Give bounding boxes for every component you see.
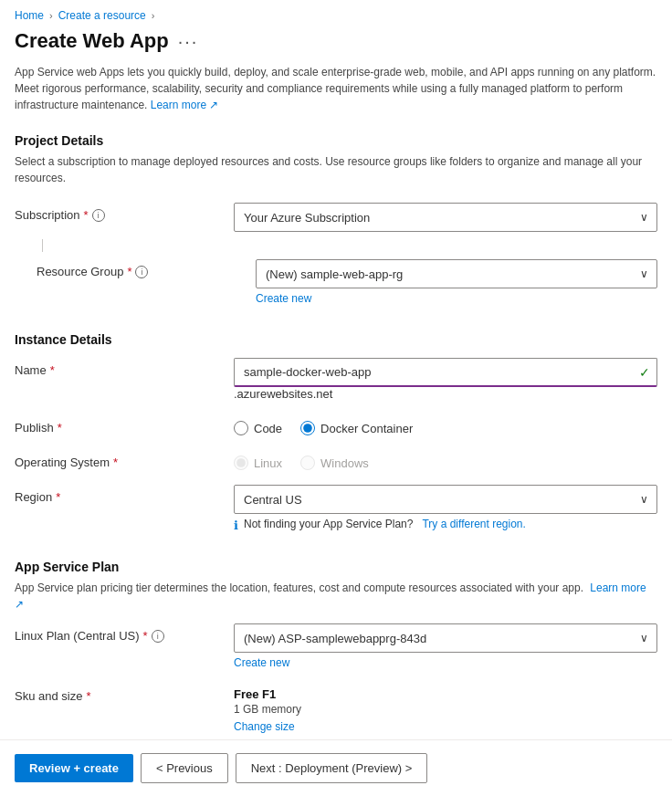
instance-details-header: Instance Details xyxy=(0,323,672,351)
resource-group-label: Resource Group xyxy=(37,265,123,278)
project-details-header: Project Details xyxy=(0,124,672,152)
name-row: Name * ✓ .azurewebsites.net xyxy=(15,351,657,408)
linux-plan-select-wrapper: (New) ASP-samplewebapprg-843d ∨ xyxy=(234,623,657,653)
name-valid-icon: ✓ xyxy=(639,365,650,380)
footer-bar: Review + create < Previous Next : Deploy… xyxy=(0,739,672,796)
sku-required: * xyxy=(86,689,90,703)
page-description: App Service web Apps lets you quickly bu… xyxy=(0,64,672,124)
page-title: Create Web App xyxy=(15,29,169,53)
subscription-required: * xyxy=(84,208,89,222)
publish-docker-label: Docker Container xyxy=(320,422,413,435)
linux-plan-row: Linux Plan (Central US) * i (New) ASP-sa… xyxy=(15,616,657,676)
subscription-label: Subscription xyxy=(15,208,80,222)
previous-button[interactable]: < Previous xyxy=(141,753,228,783)
next-button[interactable]: Next : Deployment (Preview) > xyxy=(236,753,428,783)
os-row: Operating System * Linux Windows xyxy=(15,443,657,477)
resource-group-row: Resource Group * i (New) sample-web-app-… xyxy=(15,252,657,312)
breadcrumb-create-resource[interactable]: Create a resource xyxy=(58,9,146,22)
review-create-button[interactable]: Review + create xyxy=(15,754,133,782)
page-title-area: Create Web App ··· xyxy=(0,26,672,64)
os-radio-group: Linux Windows xyxy=(234,450,657,470)
os-label: Operating System xyxy=(15,456,110,469)
publish-docker-option[interactable]: Docker Container xyxy=(300,421,413,435)
publish-required: * xyxy=(58,421,62,435)
publish-radio-group: Code Docker Container xyxy=(234,415,657,435)
resource-group-info-icon[interactable]: i xyxy=(135,266,148,278)
region-info-box: ℹ Not finding your App Service Plan? Try… xyxy=(234,518,657,532)
region-try-different-link[interactable]: Try a different region. xyxy=(422,518,525,530)
subscription-select-wrapper: Your Azure Subscription ∨ xyxy=(234,203,657,232)
region-info-icon: ℹ xyxy=(234,518,238,532)
more-options-icon[interactable]: ··· xyxy=(178,31,199,52)
resource-group-create-new[interactable]: Create new xyxy=(256,292,311,305)
resource-group-select-wrapper: (New) sample-web-app-rg ∨ xyxy=(256,259,657,288)
os-windows-label: Windows xyxy=(320,456,369,470)
linux-plan-label: Linux Plan (Central US) xyxy=(15,629,140,643)
change-size-link[interactable]: Change size xyxy=(234,720,295,733)
linux-plan-info-icon[interactable]: i xyxy=(152,630,164,643)
publish-docker-radio[interactable] xyxy=(300,421,315,435)
sku-tier: Free F1 xyxy=(234,687,657,701)
subscription-info-icon[interactable]: i xyxy=(92,209,105,222)
breadcrumb-home[interactable]: Home xyxy=(15,9,44,22)
resource-group-required: * xyxy=(127,265,131,278)
resource-group-select[interactable]: (New) sample-web-app-rg xyxy=(256,259,657,288)
linux-plan-create-new[interactable]: Create new xyxy=(234,656,289,669)
region-select-wrapper: Central US ∨ xyxy=(234,485,657,514)
subscription-row: Subscription * i Your Azure Subscription… xyxy=(15,195,657,239)
os-linux-radio[interactable] xyxy=(234,456,248,470)
app-service-plan-header: App Service Plan xyxy=(0,550,672,578)
publish-row: Publish * Code Docker Container xyxy=(15,408,657,443)
name-label: Name xyxy=(15,363,47,377)
subscription-select[interactable]: Your Azure Subscription xyxy=(234,203,657,232)
region-select[interactable]: Central US xyxy=(234,485,657,514)
publish-code-radio[interactable] xyxy=(234,421,248,435)
os-linux-label: Linux xyxy=(254,456,282,470)
linux-plan-select[interactable]: (New) ASP-samplewebapprg-843d xyxy=(234,623,657,653)
region-hint-text: Not finding your App Service Plan? xyxy=(244,518,413,530)
os-windows-radio[interactable] xyxy=(300,456,315,470)
publish-code-label: Code xyxy=(254,422,282,435)
breadcrumb: Home › Create a resource › xyxy=(0,0,672,26)
region-label: Region xyxy=(15,490,52,504)
app-service-plan-description: App Service plan pricing tier determines… xyxy=(0,578,672,616)
region-required: * xyxy=(56,490,60,504)
connector-line xyxy=(15,239,657,252)
publish-label: Publish xyxy=(15,421,54,435)
name-input[interactable] xyxy=(234,358,657,387)
name-required: * xyxy=(50,363,55,377)
publish-code-option[interactable]: Code xyxy=(234,421,282,435)
sku-label: Sku and size xyxy=(15,689,82,703)
linux-plan-required: * xyxy=(143,629,148,643)
name-input-wrapper: ✓ xyxy=(234,358,657,387)
domain-hint: .azurewebsites.net xyxy=(234,387,657,401)
os-linux-option[interactable]: Linux xyxy=(234,456,282,470)
sku-row: Sku and size * Free F1 1 GB memory Chang… xyxy=(15,676,657,740)
os-windows-option[interactable]: Windows xyxy=(300,456,369,470)
project-details-description: Select a subscription to manage deployed… xyxy=(0,152,672,195)
sku-memory: 1 GB memory xyxy=(234,703,657,716)
os-required: * xyxy=(113,456,118,469)
region-row: Region * Central US ∨ ℹ Not finding your… xyxy=(15,477,657,539)
learn-more-link-top[interactable]: Learn more ↗ xyxy=(151,99,219,111)
